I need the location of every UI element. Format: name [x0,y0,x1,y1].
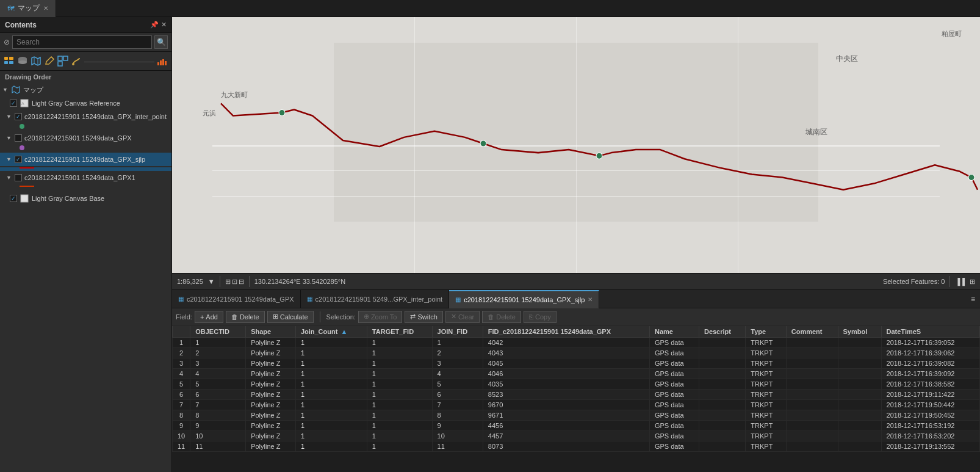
col-header-joincount[interactable]: Join_Count ▲ [295,326,367,338]
col-header-joinfid[interactable]: JOIN_FID [432,326,483,338]
cell-datetimes: 2018-12-17T16:38:582 [881,379,979,390]
search-bar: ⊘ 🔍 [0,33,171,52]
calculate-button[interactable]: ⊞ Calculate [267,311,314,323]
table-row[interactable]: 55Polyline Z1154035GPS dataTRKPT2018-12-… [173,379,980,390]
table-row[interactable]: 44Polyline Z1144046GPS dataTRKPT2018-12-… [173,369,980,379]
cell-objectid: 10 [190,431,246,441]
expand-arrow-gpx1: ▼ [6,175,12,181]
expand-icon[interactable]: ⊞ [970,278,975,286]
col-header-shape[interactable]: Shape [246,326,296,338]
zoom-to-button[interactable]: ⊕ Zoom To [358,311,403,323]
style-icon[interactable] [71,55,82,67]
lgcb-icon [20,194,29,203]
cell-type: TRKPT [746,369,786,379]
map-canvas[interactable]: 粕屋町 中央区 城南区 九大新町 元浜 [172,17,980,273]
table-row[interactable]: 77Polyline Z1179670GPS dataTRKPT2018-12-… [173,400,980,410]
map-icon[interactable] [31,55,41,67]
col-header-datetimes[interactable]: DateTimeS [881,326,979,338]
copy-button[interactable]: ⎘ Copy [524,311,557,323]
layer-checkbox-lgcr[interactable] [10,100,17,107]
col-header-name[interactable]: Name [649,326,699,338]
cell-fid: 4043 [483,348,649,358]
search-input[interactable] [12,35,152,49]
grid-icon[interactable] [57,55,68,67]
svg-point-21 [968,174,975,180]
scale-tool-icon[interactable]: ⊞ [225,278,231,286]
layer-checkbox-sjlp[interactable] [15,156,22,163]
cell-target_fid: 1 [367,421,432,431]
svg-rect-0 [4,57,8,60]
add-field-button[interactable]: + Add [195,311,223,323]
layer-item-inter-point[interactable]: ▼ c20181224215901 15249data_GPX_inter_po… [0,110,171,123]
cell-comment [786,441,838,452]
attr-tab-gpx-label: c20181224215901 15249data_GPX [187,296,294,303]
cell-shape: Polyline Z [246,431,296,441]
pin-icon[interactable]: 📌 [150,21,159,29]
col-header-symbol[interactable]: Symbol [838,326,881,338]
table-row[interactable]: 88Polyline Z1189671GPS dataTRKPT2018-12-… [173,410,980,421]
cell-datetimes: 2018-12-17T16:53:192 [881,421,979,431]
table-row[interactable]: 1010Polyline Z11104457GPS dataTRKPT2018-… [173,431,980,441]
svg-rect-14 [165,61,167,65]
scale-dropdown-arrow[interactable]: ▼ [208,278,215,285]
layer-item-gpx[interactable]: ▼ c20181224215901 15249data_GPX [0,131,171,145]
search-button[interactable]: 🔍 [154,35,168,49]
scale-tool-icon2[interactable]: ⊡ [232,278,237,286]
col-header-targetfid[interactable]: TARGET_FID [367,326,432,338]
layer-checkbox-gpx1[interactable] [15,174,22,181]
table-row[interactable]: 33Polyline Z1134045GPS dataTRKPT2018-12-… [173,358,980,369]
status-bar: 1:86,325 ▼ ⊞ ⊡ ⊟ 130.2134264°E 33.542028… [172,273,980,290]
cell-objectid: 2 [190,348,246,358]
table-row[interactable]: 99Polyline Z1194456GPS dataTRKPT2018-12-… [173,421,980,431]
col-header-type[interactable]: Type [746,326,786,338]
scale-tool-icon3[interactable]: ⊟ [239,278,244,286]
layer-name-lgcb: Light Gray Canvas Base [32,195,169,202]
gpx1-line-symbol [20,186,34,187]
layer-item-sjlp[interactable]: ▼ c20181224215901 15249data_GPX_sjlp [0,153,171,166]
attr-tab-sjlp-close[interactable]: ✕ [588,296,593,303]
layer-item-lgcb[interactable]: Light Gray Canvas Base [0,192,171,205]
layer-checkbox-lgcb[interactable] [10,195,17,202]
delete-rows-button[interactable]: 🗑 Delete [482,311,521,323]
layer-checkbox-gpx[interactable] [15,134,22,142]
table-row[interactable]: 66Polyline Z1168523GPS dataTRKPT2018-12-… [173,390,980,400]
cell-datetimes: 2018-12-17T19:11:422 [881,390,979,400]
map-tab[interactable]: 🗺 マップ ✕ [0,0,56,17]
close-panel-icon[interactable]: ✕ [161,21,167,29]
cell-target_fid: 1 [367,348,432,358]
col-header-objectid[interactable]: OBJECTID [190,326,246,338]
attr-tab-inter-point[interactable]: ▦ c20181224215901 5249...GPX_inter_point [301,290,450,308]
attr-tab-gpx[interactable]: ▦ c20181224215901 15249data_GPX [172,290,301,308]
sidebar-toolbar [0,52,171,71]
map-tab-close[interactable]: ✕ [43,5,48,12]
clear-button[interactable]: ✕ Clear [445,311,480,323]
attr-table-options[interactable]: ≡ [966,295,980,303]
switch-button[interactable]: ⇄ Switch [405,311,442,323]
attr-tab-sjlp[interactable]: ▦ c20181224215901 15249data_GPX_sjlp ✕ [449,290,599,308]
edit-icon[interactable] [44,55,55,67]
table-row[interactable]: 1111Polyline Z11118073GPS dataTRKPT2018-… [173,441,980,452]
gpx-point-symbol [20,145,24,150]
layer-item-map[interactable]: ▼ マップ [0,83,171,96]
cell-datetimes: 2018-12-17T16:39:092 [881,369,979,379]
layer-item-gpx1[interactable]: ▼ c20181224215901 15249data_GPX1 [0,171,171,184]
list-view-icon[interactable] [4,55,15,67]
layer-checkbox-inter[interactable] [15,113,22,120]
chart-icon[interactable] [157,56,168,68]
delete-field-button[interactable]: 🗑 Delete [226,311,265,323]
col-header-descript[interactable]: Descript [699,326,745,338]
svg-point-6 [18,60,27,64]
attribute-table-container[interactable]: OBJECTID Shape Join_Count ▲ TARGET_FID J… [172,325,980,472]
svg-rect-13 [162,59,164,65]
row-number: 10 [173,431,190,441]
cell-type: TRKPT [746,390,786,400]
delete-field-icon: 🗑 [231,313,238,321]
table-row[interactable]: 22Polyline Z1124043GPS dataTRKPT2018-12-… [173,348,980,358]
top-tabbar: 🗺 マップ ✕ [0,0,980,17]
table-row[interactable]: 11Polyline Z1114042GPS dataTRKPT2018-12-… [173,338,980,348]
col-header-comment[interactable]: Comment [786,326,838,338]
cell-name: GPS data [649,400,699,410]
layer-item-lgcr[interactable]: A Light Gray Canvas Reference [0,96,171,110]
col-header-fid[interactable]: FID_c20181224215901 15249data_GPX [483,326,649,338]
database-icon[interactable] [17,55,28,67]
